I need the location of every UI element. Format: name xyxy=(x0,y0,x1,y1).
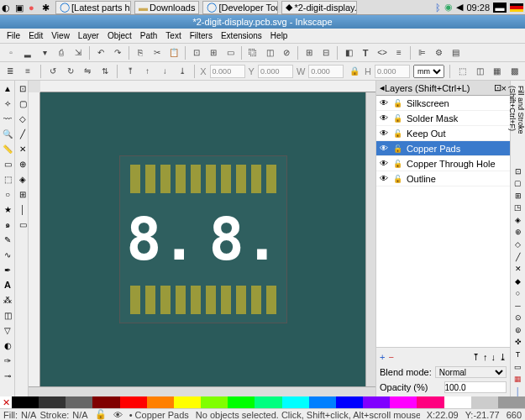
raise-top-button[interactable]: ⤒ xyxy=(123,64,137,79)
layer-top-button[interactable]: ⤒ xyxy=(472,352,480,363)
color-swatch[interactable] xyxy=(12,396,39,408)
snap-line-icon[interactable]: ─ xyxy=(512,301,525,312)
menu-view[interactable]: View xyxy=(48,30,73,41)
bluetooth-icon[interactable]: ᛒ xyxy=(435,3,441,13)
menu-extensions[interactable]: Extensions xyxy=(218,30,265,41)
color-swatch[interactable] xyxy=(444,396,471,408)
lock-icon[interactable]: 🔓 xyxy=(393,114,403,123)
snap-text-icon[interactable]: T xyxy=(512,349,525,360)
fill-stroke-button[interactable]: ◧ xyxy=(341,45,356,60)
text-button[interactable]: T xyxy=(358,45,373,60)
tray-flag-de[interactable] xyxy=(510,3,523,12)
layer-row[interactable]: 👁🔓Outline xyxy=(376,171,510,186)
snap-node2-icon[interactable]: ◇ xyxy=(512,239,525,250)
taskbar-item-3[interactable]: ◆*2-digit-display.pc... xyxy=(281,1,357,14)
color-swatch[interactable] xyxy=(66,396,92,408)
rect-tool[interactable]: ▭ xyxy=(0,156,15,171)
fill-value[interactable]: N/A xyxy=(21,410,36,420)
lock-icon[interactable]: 🔓 xyxy=(393,175,403,183)
node-tool[interactable]: ✧ xyxy=(0,96,15,111)
snap-cusp-icon[interactable]: ◆ xyxy=(512,276,525,286)
layer-row[interactable]: 👁🔓Silkscreen xyxy=(376,96,510,111)
lock-icon[interactable]: 🔓 xyxy=(393,160,403,168)
rotate-ccw-button[interactable]: ↺ xyxy=(45,64,60,79)
terminal-icon[interactable]: ▣ xyxy=(15,3,25,13)
unlink-button[interactable]: ⊘ xyxy=(279,45,294,60)
menu-layer[interactable]: Layer xyxy=(75,30,102,41)
lower-button[interactable]: ↓ xyxy=(158,64,172,79)
x-input[interactable] xyxy=(210,65,245,78)
copper-pad[interactable] xyxy=(236,165,246,193)
wifi-icon[interactable]: ◉ xyxy=(444,2,453,13)
layer-row[interactable]: 👁🔓Copper Pads xyxy=(376,141,510,156)
copper-pad[interactable] xyxy=(236,286,246,314)
color-swatch[interactable] xyxy=(498,396,525,408)
copper-pad[interactable] xyxy=(130,165,140,193)
current-layer[interactable]: • Copper Pads xyxy=(129,410,189,420)
spray-tool[interactable]: ⁂ xyxy=(0,292,15,307)
canvas-scrollbar-h[interactable] xyxy=(29,386,375,396)
clock[interactable]: 09:28 xyxy=(466,3,490,13)
align-button[interactable]: ⊫ xyxy=(414,45,429,60)
select-all-layers-button[interactable]: ≣ xyxy=(3,64,18,79)
flip-v-button[interactable]: ⇅ xyxy=(98,64,113,79)
app-menu-icon[interactable]: ◐ xyxy=(2,3,12,13)
text-tool[interactable]: A xyxy=(0,277,15,292)
bucket-tool[interactable]: ▽ xyxy=(0,323,15,338)
layer-up-button[interactable]: ↑ xyxy=(483,352,488,362)
ruler-horizontal[interactable] xyxy=(40,81,375,92)
menu-object[interactable]: Object xyxy=(104,30,135,41)
zoom-value[interactable]: 660 xyxy=(507,410,522,420)
taskbar-item-0[interactable]: ◯[Latest parts help t... xyxy=(55,1,131,14)
layer-visible-icon[interactable]: 👁 xyxy=(113,410,123,420)
color-swatch[interactable] xyxy=(471,396,498,408)
star-tool[interactable]: ★ xyxy=(0,202,15,217)
redo-button[interactable]: ↷ xyxy=(110,45,125,60)
affect-pattern-button[interactable]: ▩ xyxy=(507,64,522,79)
color-palette[interactable]: ✕ xyxy=(0,396,525,408)
rotate-cw-button[interactable]: ↻ xyxy=(63,64,77,79)
eye-icon[interactable]: 👁 xyxy=(380,144,390,153)
doc-prefs-button[interactable]: ▤ xyxy=(448,45,463,60)
layer-bottom-button[interactable]: ⤓ xyxy=(499,352,507,363)
color-swatch[interactable] xyxy=(92,396,119,408)
unit-select[interactable]: mm xyxy=(413,65,444,78)
copper-pad[interactable] xyxy=(160,165,171,193)
w-input[interactable] xyxy=(308,65,344,78)
zoom-page-button[interactable]: ▭ xyxy=(223,45,238,60)
no-color-swatch[interactable]: ✕ xyxy=(0,396,12,408)
eye-icon[interactable]: 👁 xyxy=(380,98,390,108)
select-same-button[interactable]: ≡ xyxy=(21,64,35,79)
copy-button[interactable]: ⎘ xyxy=(133,45,148,60)
color-swatch[interactable] xyxy=(228,396,255,408)
panel-undock-icon[interactable]: ⊡ xyxy=(494,82,501,93)
open-button[interactable]: ▂ xyxy=(20,45,35,60)
layer-lock-icon[interactable]: 🔓 xyxy=(95,409,107,420)
layer-row[interactable]: 👁🔓Keep Out xyxy=(376,126,510,141)
tweak-tool[interactable]: 〰 xyxy=(0,111,15,126)
copper-pad[interactable] xyxy=(176,286,186,314)
h-input[interactable] xyxy=(375,65,410,78)
lower-bottom-button[interactable]: ⤓ xyxy=(176,64,190,79)
snap-corner-icon[interactable]: ◳ xyxy=(512,202,525,213)
lock-icon[interactable]: 🔓 xyxy=(393,144,403,153)
copper-pad[interactable] xyxy=(206,165,216,193)
copper-pad[interactable] xyxy=(160,286,171,314)
duplicate-button[interactable]: ⿻ xyxy=(245,45,260,60)
snap-int-icon[interactable]: ✕ xyxy=(512,264,525,275)
color-swatch[interactable] xyxy=(309,396,336,408)
color-swatch[interactable] xyxy=(363,396,390,408)
fill-stroke-tab[interactable]: Fill and Stroke (Shift+Ctrl+F) xyxy=(511,82,525,164)
panel-close-icon[interactable]: × xyxy=(501,83,507,93)
export-button[interactable]: ⇲ xyxy=(71,45,86,60)
color-swatch[interactable] xyxy=(39,396,66,408)
lock-aspect-button[interactable]: 🔒 xyxy=(347,64,361,79)
3dbox-tool[interactable]: ⬚ xyxy=(0,171,15,186)
copper-pad[interactable] xyxy=(191,165,201,193)
copper-pad[interactable] xyxy=(176,165,186,193)
copper-pad[interactable] xyxy=(206,286,216,314)
volume-icon[interactable]: ◀ xyxy=(456,2,463,13)
color-swatch[interactable] xyxy=(174,396,201,408)
lock-icon[interactable]: 🔓 xyxy=(393,129,403,138)
eye-icon[interactable]: 👁 xyxy=(380,159,390,168)
